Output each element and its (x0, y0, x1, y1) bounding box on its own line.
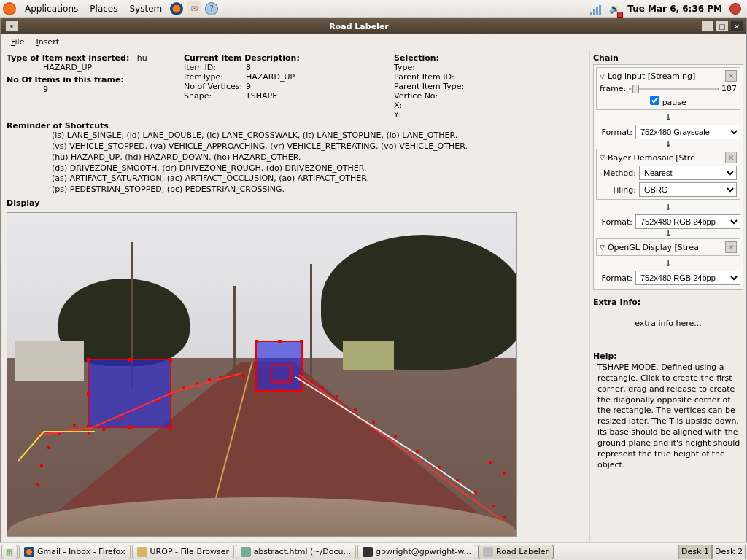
item-id-value: 8 (246, 63, 251, 72)
no-vertices-value: 9 (246, 82, 251, 91)
system-menu[interactable]: System (123, 2, 168, 15)
collapse-icon[interactable]: ▽ (600, 72, 605, 79)
annotation-bbox[interactable] (270, 365, 292, 383)
maximize-button[interactable]: □ (716, 20, 729, 32)
applications-menu[interactable]: Applications (19, 2, 84, 15)
help-text: TSHAPE MODE. Defined using a rectangle. … (593, 362, 743, 470)
ubuntu-logo-icon (3, 2, 16, 15)
collapse-icon[interactable]: ▽ (600, 244, 605, 251)
chain-item-opengl: OpenGL Display [Strea (608, 243, 725, 252)
mode-label: Current Mode: (453, 541, 518, 542)
close-icon[interactable]: ✕ (725, 152, 737, 163)
type-inserted-value: HAZARD_UP (7, 63, 171, 72)
shortcuts-list: (ls) LANE_SINGLE, (ld) LANE_DOUBLE, (lc)… (7, 131, 584, 195)
no-items-value: 9 (7, 85, 171, 94)
format-label: Format: (596, 273, 632, 283)
arrow-down-icon: ↓ (596, 203, 740, 212)
task-terminal[interactable]: gpwright@gpwright-w... (357, 545, 476, 559)
item-id-label: Item ID: (184, 63, 246, 72)
tiling-label: Tiling: (600, 185, 636, 195)
sel-x: X: (394, 101, 464, 110)
gnome-top-panel: Applications Places System ✉ ? 🔉 Tue Mar… (0, 0, 747, 18)
network-icon[interactable] (589, 1, 604, 16)
evolution-launcher-icon[interactable]: ✉ (187, 1, 201, 16)
close-icon[interactable]: ✕ (725, 241, 737, 253)
no-vertices-label: No of Vertices: (184, 82, 246, 91)
pause-label: pause (662, 98, 686, 107)
insert-menu[interactable]: Insert (30, 36, 65, 48)
extra-info-text: extra info here... (593, 308, 743, 338)
selection-label: Selection: (394, 53, 464, 63)
chain-item-bayer: Bayer Demosaic [Stre (608, 153, 725, 163)
help-label: Help: (593, 351, 743, 361)
task-urop[interactable]: UROP - File Browser (132, 545, 234, 559)
app-menubar: File Insert (1, 34, 746, 50)
arrow-down-icon: ↓ (596, 259, 740, 268)
format-select-1[interactable]: 752x480 Grayscale (635, 125, 740, 139)
window-title: Road Labeler (18, 22, 700, 31)
task-abstract[interactable]: abstract.html (~/Docu... (236, 545, 356, 559)
method-label: Method: (600, 168, 636, 178)
mute-badge-icon (617, 12, 623, 18)
image-canvas[interactable] (7, 212, 517, 537)
item-type-value: HAZARD_UP (246, 72, 295, 82)
close-button[interactable]: ✕ (730, 20, 743, 32)
format-select-3[interactable]: 752x480 RGB 24bpp (635, 271, 740, 285)
desk-2[interactable]: Desk 2 (712, 545, 746, 559)
sel-y: Y: (394, 110, 464, 120)
current-desc-label: Current Item Description: (184, 53, 381, 63)
shutdown-icon[interactable] (728, 1, 743, 16)
shortcuts-title: Reminder of Shortcuts (7, 121, 584, 131)
task-road-labeler[interactable]: Road Labeler (478, 545, 554, 559)
minimize-button[interactable]: _ (701, 20, 714, 32)
frame-label: frame: (600, 84, 626, 93)
format-label: Format: (596, 128, 632, 137)
window-menu-icon[interactable]: • (5, 20, 18, 32)
sel-vertice: Vertice No: (394, 91, 464, 101)
clock[interactable]: Tue Mar 6, 6:36 PM (623, 4, 727, 14)
arrow-down-icon: ↓ (596, 113, 740, 122)
sel-parent-id: Parent Item ID: (394, 72, 464, 82)
volume-icon[interactable]: 🔉 (607, 1, 622, 16)
tiling-select[interactable]: GBRG (639, 182, 737, 197)
gnome-bottom-panel: ▦ Gmail - Inbox - Firefox UROP - File Br… (0, 542, 747, 560)
close-icon[interactable]: ✕ (725, 70, 737, 82)
format-select-2[interactable]: 752x480 RGB 24bpp (635, 214, 740, 229)
desk-1[interactable]: Desk 1 (678, 545, 712, 559)
arrow-down-icon: ↓ (596, 139, 740, 149)
left-pane: Type of Item next inserted: hu HAZARD_UP… (1, 50, 589, 542)
right-pane: Chain ▽ Log input [Streaming] ✕ frame: 1… (589, 50, 746, 542)
extra-info-label: Extra Info: (593, 298, 743, 307)
arrow-down-icon: ↓ (596, 229, 740, 238)
show-desktop-button[interactable]: ▦ (1, 545, 18, 559)
messages-label: Messages (7, 541, 304, 542)
workspace-switcher[interactable]: Desk 1 Desk 2 (678, 545, 746, 559)
type-code: hu (137, 53, 147, 63)
annotation-bbox[interactable] (88, 359, 171, 428)
item-type-label: ItemType: (184, 72, 246, 82)
road-labeler-window: • Road Labeler _ □ ✕ File Insert Type of… (0, 18, 747, 542)
window-titlebar[interactable]: • Road Labeler _ □ ✕ (1, 18, 746, 34)
display-label: Display (7, 198, 584, 208)
frame-value: 187 (721, 84, 737, 93)
frame-slider[interactable] (629, 88, 719, 90)
file-menu[interactable]: File (5, 36, 30, 48)
format-label: Format: (596, 217, 632, 227)
pause-checkbox[interactable] (650, 96, 659, 105)
sel-type: Type: (394, 63, 464, 72)
method-select[interactable]: Nearest (639, 166, 737, 180)
firefox-launcher-icon[interactable] (169, 1, 184, 16)
no-items-label: No Of Items in this frame: (7, 75, 171, 85)
sel-parent-type: Parent Item Type: (394, 82, 464, 91)
chain-item-log-input: Log input [Streaming] (608, 71, 725, 81)
shape-label: Shape: (184, 91, 246, 101)
task-gmail[interactable]: Gmail - Inbox - Firefox (19, 545, 131, 559)
chain-title: Chain (593, 53, 743, 63)
shape-value: TSHAPE (246, 91, 277, 101)
places-menu[interactable]: Places (84, 2, 123, 15)
type-inserted-label: Type of Item next inserted: (7, 53, 129, 63)
collapse-icon[interactable]: ▽ (600, 154, 605, 161)
help-launcher-icon[interactable]: ? (204, 1, 219, 16)
